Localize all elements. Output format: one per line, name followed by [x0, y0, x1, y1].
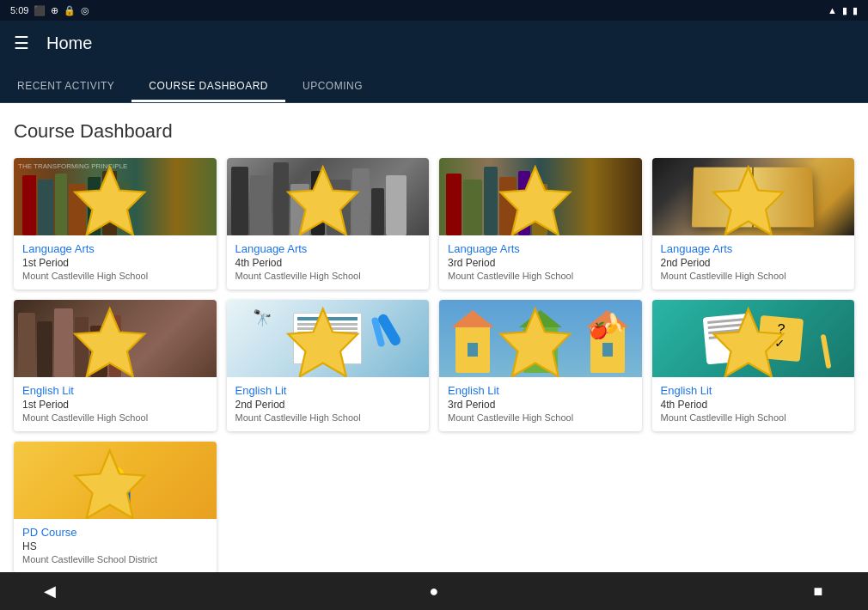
- course-school: Mount Castleville High School: [448, 271, 633, 281]
- course-title: English Lit: [22, 384, 208, 397]
- svg-marker-5: [288, 309, 358, 377]
- course-title: English Lit: [235, 384, 421, 397]
- badge-icon: [652, 163, 850, 235]
- course-school: Mount Castleville High School: [22, 412, 208, 423]
- tab-course-dashboard[interactable]: COURSE DASHBOARD: [131, 70, 285, 102]
- course-image-el-3rd: 🍌 🍎: [439, 300, 642, 377]
- back-button[interactable]: ◀: [34, 576, 65, 607]
- lock-icon: 🔒: [64, 5, 76, 16]
- badge-icon: [652, 305, 850, 377]
- status-right: ▲ ▮ ▮: [828, 5, 858, 16]
- badge-icon: [439, 305, 637, 377]
- course-image-la-4th: [227, 158, 430, 235]
- course-period: 3rd Period: [448, 399, 633, 411]
- badge-icon: [14, 447, 211, 519]
- home-button[interactable]: ●: [419, 576, 449, 607]
- course-image-la-1st: THE TRANSFORMING PRINCIPLE: [14, 158, 217, 235]
- course-title: Language Arts: [448, 242, 633, 255]
- android-icon: ⊕: [51, 5, 58, 16]
- course-school: Mount Castleville High School: [661, 271, 847, 281]
- course-period: 1st Period: [22, 399, 208, 411]
- svg-marker-0: [75, 168, 144, 235]
- content-area: Course Dashboard THE TRANSFORMING PRINCI…: [0, 103, 868, 572]
- course-card-la-4th[interactable]: Language Arts 4th Period Mount Castlevil…: [227, 158, 430, 290]
- course-title: Language Arts: [22, 242, 208, 255]
- time-display: 5:09: [10, 5, 28, 15]
- course-card-el-2nd[interactable]: 🔭 English Lit 2nd Period Mount Castlevil…: [227, 300, 430, 431]
- svg-marker-1: [288, 168, 358, 235]
- course-card-la-2nd[interactable]: Language Arts 2nd Period Mount Castlevil…: [652, 158, 855, 290]
- course-title: English Lit: [448, 384, 633, 397]
- page-title: Course Dashboard: [14, 120, 854, 143]
- course-grid: THE TRANSFORMING PRINCIPLE Language Arts…: [14, 158, 854, 572]
- course-period: HS: [22, 540, 208, 552]
- course-image-pd-hs: 💡: [14, 442, 217, 519]
- course-title: PD Course: [22, 526, 208, 539]
- course-image-la-3rd: [439, 158, 642, 235]
- badge-icon: [14, 163, 211, 235]
- course-school: Mount Castleville High School: [235, 271, 421, 281]
- course-image-el-2nd: 🔭: [227, 300, 430, 377]
- course-school: Mount Castleville High School: [661, 412, 847, 423]
- tabs-container: RECENT ACTIVITY COURSE DASHBOARD UPCOMIN…: [0, 65, 868, 103]
- extra-icon: ◎: [81, 5, 89, 16]
- course-title: English Lit: [661, 384, 847, 397]
- bottom-nav: ◀ ● ■: [0, 572, 868, 610]
- course-period: 4th Period: [235, 257, 421, 269]
- hamburger-menu-button[interactable]: ☰: [14, 33, 29, 53]
- app-bar-title: Home: [46, 34, 92, 53]
- course-period: 2nd Period: [235, 399, 421, 411]
- badge-icon: [227, 305, 425, 377]
- status-left: 5:09 ⬛ ⊕ 🔒 ◎: [10, 5, 89, 16]
- svg-marker-4: [75, 309, 144, 377]
- course-card-la-3rd[interactable]: Language Arts 3rd Period Mount Castlevil…: [439, 158, 642, 290]
- notification-icon: ⬛: [34, 5, 46, 16]
- course-card-el-4th[interactable]: ? ✓ English Lit 4th Period Mount Castlev…: [652, 300, 855, 431]
- battery-icon: ▮: [842, 5, 847, 16]
- course-period: 3rd Period: [448, 257, 633, 269]
- course-card-el-3rd[interactable]: 🍌 🍎 English Lit 3rd Period Mount Castlev…: [439, 300, 642, 431]
- status-bar: 5:09 ⬛ ⊕ 🔒 ◎ ▲ ▮ ▮: [0, 0, 868, 21]
- course-card-la-1st[interactable]: THE TRANSFORMING PRINCIPLE Language Arts…: [14, 158, 217, 290]
- course-period: 1st Period: [22, 257, 208, 269]
- svg-marker-8: [75, 451, 144, 519]
- badge-icon: [14, 305, 211, 377]
- recents-button[interactable]: ■: [803, 576, 834, 607]
- course-school: Mount Castleville High School: [22, 271, 208, 281]
- course-period: 2nd Period: [661, 257, 847, 269]
- tab-upcoming[interactable]: UPCOMING: [285, 70, 380, 102]
- course-school: Mount Castleville High School: [235, 412, 421, 423]
- svg-marker-6: [500, 309, 570, 377]
- badge-icon: [439, 163, 637, 235]
- badge-icon: [227, 163, 425, 235]
- signal-icon: ▮: [853, 5, 858, 16]
- svg-marker-3: [713, 168, 783, 235]
- course-card-el-1st[interactable]: English Lit 1st Period Mount Castleville…: [14, 300, 217, 431]
- course-title: Language Arts: [661, 242, 847, 255]
- course-image-el-4th: ? ✓: [652, 300, 855, 377]
- course-period: 4th Period: [661, 399, 847, 411]
- course-image-la-2nd: [652, 158, 855, 235]
- course-school: Mount Castleville High School: [448, 412, 633, 423]
- svg-marker-7: [713, 309, 783, 377]
- course-image-el-1st: [14, 300, 217, 377]
- course-card-pd-hs[interactable]: 💡 PD Course HS Mount Castleville School …: [14, 442, 217, 572]
- tab-recent-activity[interactable]: RECENT ACTIVITY: [0, 70, 131, 102]
- course-title: Language Arts: [235, 242, 421, 255]
- app-bar: ☰ Home: [0, 21, 868, 65]
- course-school: Mount Castleville School District: [22, 554, 208, 564]
- wifi-icon: ▲: [828, 5, 837, 15]
- svg-marker-2: [500, 168, 570, 235]
